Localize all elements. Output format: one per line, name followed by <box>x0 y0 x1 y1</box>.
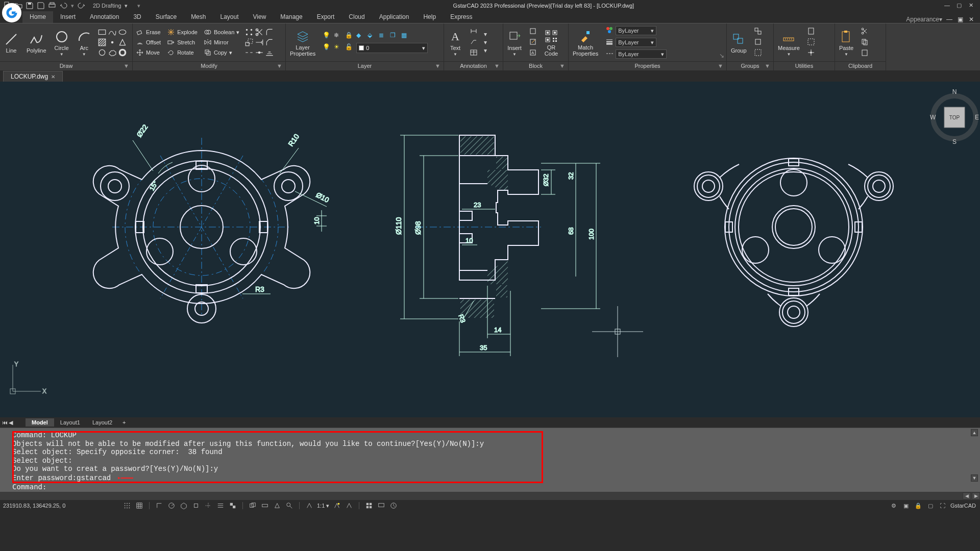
snap-grid-icon[interactable] <box>122 501 132 510</box>
block-edit-icon[interactable] <box>529 38 537 47</box>
linetype-selector[interactable]: ByLayer▾ <box>616 49 667 59</box>
panel-label-annotation[interactable]: Annotation▼ <box>444 61 503 70</box>
dim-continue-icon[interactable]: ▾ <box>484 39 487 46</box>
document-tab[interactable]: LOCKUP.dwg ✕ <box>3 71 63 82</box>
qrcode-button[interactable]: QR Code <box>540 27 562 58</box>
anno-auto-icon[interactable] <box>345 501 354 510</box>
hatch-icon[interactable] <box>97 38 107 47</box>
extend-icon[interactable] <box>255 38 264 47</box>
insert-button[interactable]: Insert▼ <box>503 28 526 58</box>
tab-model[interactable]: Model <box>26 418 54 427</box>
close-button[interactable]: ✕ <box>969 2 976 9</box>
tab-annotation[interactable]: Annotation <box>83 11 126 23</box>
boundary-icon[interactable] <box>97 48 107 57</box>
add-layout-button[interactable]: + <box>118 418 130 427</box>
cmd-scroll-down-icon[interactable]: ▼ <box>971 474 978 482</box>
cut-icon[interactable] <box>861 27 869 37</box>
offset-button[interactable]: Offset <box>136 38 161 47</box>
anno-visibility-icon[interactable] <box>332 501 341 510</box>
id-icon[interactable] <box>807 48 815 58</box>
cmd-scroll-up-icon[interactable]: ▲ <box>971 429 978 436</box>
move-button[interactable]: Move <box>136 48 161 57</box>
doc-restore-button[interactable]: ▣ <box>958 16 965 23</box>
view-cube[interactable]: TOP N S E W <box>930 88 979 145</box>
panel-label-draw[interactable]: Draw▼ <box>0 61 132 70</box>
qat-saveas-icon[interactable] <box>37 2 45 10</box>
settings-icon[interactable]: ⚙ <box>889 501 898 510</box>
scale-readout[interactable]: 1:1 ▾ <box>317 503 329 509</box>
hardware-accel-icon[interactable] <box>389 501 398 510</box>
qat-undo-drop-icon[interactable]: ▾ <box>70 2 75 10</box>
tab-application[interactable]: Application <box>372 11 416 23</box>
dyn-ucs-icon[interactable] <box>273 501 282 510</box>
table-icon[interactable] <box>470 48 478 58</box>
group-select-icon[interactable] <box>754 48 762 58</box>
tab-3d[interactable]: 3D <box>126 11 148 23</box>
layer-lock-icon[interactable]: 🔒 <box>345 32 354 41</box>
layout-prev-icon[interactable]: ◀ <box>9 419 13 426</box>
application-menu-button[interactable] <box>2 3 21 22</box>
tab-insert[interactable]: Insert <box>53 11 83 23</box>
transparency-icon[interactable] <box>228 501 237 510</box>
properties-dialog-icon[interactable]: ↘ <box>717 50 726 61</box>
grid-display-icon[interactable] <box>135 501 144 510</box>
draw-polyline-button[interactable]: Polyline <box>22 30 51 55</box>
doc-close-button[interactable]: ✕ <box>969 16 976 23</box>
qat-save-icon[interactable] <box>26 2 34 10</box>
tab-layout2[interactable]: Layout2 <box>86 418 118 427</box>
group-edit-icon[interactable] <box>754 38 762 47</box>
block-create-icon[interactable] <box>529 27 537 37</box>
maximize-button[interactable]: ▢ <box>957 2 964 9</box>
linetype-icon[interactable] <box>605 49 614 59</box>
draw-line-button[interactable]: Line <box>0 30 22 55</box>
workspace-icon[interactable] <box>364 501 374 510</box>
workspace-selector[interactable]: 2D Drafting ▾ <box>93 3 128 9</box>
fillet-icon[interactable] <box>265 28 274 37</box>
layer-walk-icon[interactable]: ▦ <box>401 32 410 41</box>
region-icon[interactable] <box>118 38 127 47</box>
layout-first-icon[interactable]: ⏮ <box>2 419 8 426</box>
clean-screen-icon[interactable]: ▢ <box>926 501 935 510</box>
tab-layout1[interactable]: Layout1 <box>54 418 86 427</box>
command-input[interactable]: Command: <box>0 483 980 492</box>
drawing-area[interactable]: Y X TOP N S E W <box>0 82 980 417</box>
document-tab-close-icon[interactable]: ✕ <box>51 74 55 80</box>
layer-match-icon[interactable]: ≣ <box>379 32 388 41</box>
qat-redo-icon[interactable] <box>78 2 86 10</box>
polar-icon[interactable] <box>167 501 176 510</box>
color-selector[interactable]: ByLayer▾ <box>616 26 656 35</box>
layer-selector[interactable]: 0 ▾ <box>356 43 428 53</box>
layer-iso-icon[interactable]: ◆ <box>356 32 365 41</box>
boolean-button[interactable]: Boolean ▾ <box>204 28 239 37</box>
draw-arc-button[interactable]: Arc▼ <box>73 28 95 58</box>
rectangle-icon[interactable] <box>97 28 107 37</box>
panel-label-groups[interactable]: Groups▼ <box>727 61 773 70</box>
doc-minimize-button[interactable]: — <box>946 16 953 23</box>
layer-properties-button[interactable]: Layer Properties <box>286 27 320 58</box>
tab-mesh[interactable]: Mesh <box>184 11 213 23</box>
color-icon[interactable] <box>605 26 614 36</box>
draw-circle-button[interactable]: Circle▼ <box>51 28 73 58</box>
copy-button[interactable]: Copy ▾ <box>204 48 239 57</box>
layer-state-icon[interactable]: ❐ <box>390 32 399 41</box>
block-attr-icon[interactable]: A <box>529 48 537 58</box>
point-icon[interactable] <box>108 38 117 47</box>
tab-surface[interactable]: Surface <box>149 11 184 23</box>
magnifier-icon[interactable] <box>285 501 294 510</box>
qat-print-icon[interactable] <box>48 2 56 10</box>
leader-icon[interactable] <box>470 38 478 47</box>
selectall-icon[interactable] <box>807 38 815 47</box>
match-properties-button[interactable]: Match Properties <box>569 27 602 58</box>
ungroup-icon[interactable] <box>754 27 762 37</box>
appearance-menu[interactable]: Appearance▾ <box>906 16 942 23</box>
selection-cycling-icon[interactable] <box>248 501 257 510</box>
scale-icon[interactable] <box>244 38 254 47</box>
stretch-button[interactable]: Stretch <box>167 38 198 47</box>
align-icon[interactable] <box>265 48 274 57</box>
layer-off-icon[interactable]: 💡 <box>323 32 332 41</box>
text-button[interactable]: A Text▼ <box>444 28 467 58</box>
array-icon[interactable] <box>244 28 254 37</box>
minimize-button[interactable]: — <box>944 2 951 9</box>
break-icon[interactable] <box>244 48 254 57</box>
layer-on-icon[interactable]: 💡 <box>323 43 332 53</box>
